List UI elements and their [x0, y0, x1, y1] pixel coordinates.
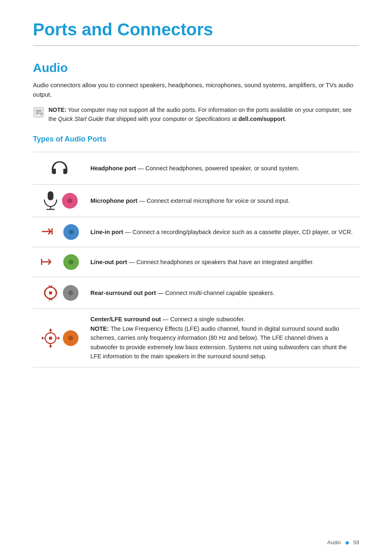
- lineout-desc: Line-out port — Connect headphones or sp…: [86, 247, 359, 277]
- lineout-icon: ↦: [40, 253, 61, 271]
- section-title: Audio: [33, 61, 359, 75]
- svg-point-13: [49, 337, 52, 340]
- linein-icon-cell: ⇥: [33, 217, 86, 247]
- headphone-desc: Headphone port — Connect headphones, pow…: [86, 152, 359, 185]
- lineout-label: Line-out port: [90, 259, 127, 265]
- note-link-end: .: [285, 116, 286, 122]
- microphone-circle: [62, 193, 78, 209]
- table-row: ↦ Line-out port — Connect headphones or …: [33, 247, 359, 277]
- svg-point-11: [49, 291, 52, 295]
- rear-surround-desc: Rear-surround out port — Connect multi-c…: [86, 277, 359, 309]
- center-lfe-icon-pair: [37, 327, 82, 349]
- svg-text:⇥: ⇥: [41, 223, 53, 239]
- page-footer: Audio ◆ 59: [327, 539, 359, 545]
- footer-diamond: ◆: [345, 539, 349, 545]
- table-row: ⇥ Line-in port — Connect a recording/pla…: [33, 217, 359, 247]
- svg-marker-15: [49, 328, 52, 331]
- note-text: NOTE: Your computer may not support all …: [48, 106, 359, 123]
- intro-text: Audio connectors allow you to connect sp…: [33, 81, 359, 99]
- note-label: NOTE:: [48, 107, 67, 113]
- center-lfe-label: Center/LFE surround out: [90, 316, 161, 323]
- headphone-rest: — Connect headphones, powered speaker, o…: [136, 165, 299, 172]
- svg-rect-5: [48, 191, 53, 200]
- rear-surround-circle: [63, 285, 78, 301]
- main-title: Ports and Connectors: [33, 20, 359, 46]
- ports-table: Headphone port — Connect headphones, pow…: [33, 152, 359, 367]
- linein-label: Line-in port: [90, 229, 123, 235]
- headphone-icon-pair: [37, 158, 82, 179]
- linein-circle: [63, 224, 79, 240]
- lineout-rest: — Connect headphones or speakers that ha…: [127, 259, 314, 265]
- footer-page-number: 59: [353, 539, 359, 545]
- note-link[interactable]: dell.com/support: [238, 116, 285, 122]
- microphone-icon-cell: [33, 185, 86, 217]
- table-row: Headphone port — Connect headphones, pow…: [33, 152, 359, 185]
- linein-desc: Line-in port — Connect a recording/playb…: [86, 217, 359, 247]
- svg-marker-21: [58, 337, 60, 340]
- svg-marker-19: [41, 337, 43, 340]
- rear-surround-icon-pair: [37, 283, 82, 303]
- linein-icon-pair: ⇥: [37, 223, 82, 241]
- note-box: NOTE: Your computer may not support all …: [33, 106, 359, 123]
- rear-surround-icon: [41, 283, 60, 303]
- svg-rect-0: [34, 107, 44, 117]
- microphone-label: Microphone port: [90, 197, 137, 204]
- lineout-circle: [63, 254, 79, 270]
- microphone-icon-pair: [37, 190, 82, 211]
- page-wrapper: Ports and Connectors Audio Audio connect…: [0, 0, 392, 400]
- footer-label: Audio: [327, 539, 341, 545]
- center-lfe-rest: — Connect a single subwoofer.: [161, 316, 245, 323]
- headphone-label: Headphone port: [90, 165, 136, 172]
- center-lfe-note-rest: The Low Frequency Effects (LFE) audio ch…: [90, 325, 347, 360]
- microphone-desc: Microphone port — Connect external micro…: [86, 185, 359, 217]
- headphone-icon: [49, 158, 70, 179]
- svg-text:↦: ↦: [40, 253, 52, 269]
- lineout-icon-pair: ↦: [37, 253, 82, 271]
- microphone-rest: — Connect external microphone for voice …: [137, 197, 290, 204]
- linein-icon: ⇥: [40, 223, 61, 241]
- table-row: Microphone port — Connect external micro…: [33, 185, 359, 217]
- center-lfe-icon-cell: [33, 309, 86, 367]
- note-mid: that shipped with your computer or: [104, 116, 195, 122]
- lineout-icon-cell: ↦: [33, 247, 86, 277]
- headphone-icon-cell: [33, 152, 86, 185]
- note-icon: [33, 107, 44, 118]
- table-row: Rear-surround out port — Connect multi-c…: [33, 277, 359, 309]
- center-lfe-circle: [63, 330, 78, 346]
- note-end: at: [231, 116, 238, 122]
- note-italic2: Specifications: [195, 116, 230, 122]
- table-row: Center/LFE surround out — Connect a sing…: [33, 309, 359, 367]
- rear-surround-icon-cell: [33, 277, 86, 309]
- rear-surround-rest: — Connect multi-channel capable speakers…: [156, 290, 275, 296]
- svg-marker-17: [49, 346, 52, 348]
- center-lfe-icon: [41, 327, 60, 349]
- center-lfe-note-label: NOTE:: [90, 325, 109, 332]
- microphone-icon: [42, 190, 60, 211]
- rear-surround-label: Rear-surround out port: [90, 290, 156, 296]
- linein-rest: — Connect a recording/playback device su…: [123, 229, 353, 235]
- center-lfe-desc: Center/LFE surround out — Connect a sing…: [86, 309, 359, 367]
- note-italic1: Quick Start Guide: [58, 116, 104, 122]
- subsection-title: Types of Audio Ports: [33, 135, 359, 146]
